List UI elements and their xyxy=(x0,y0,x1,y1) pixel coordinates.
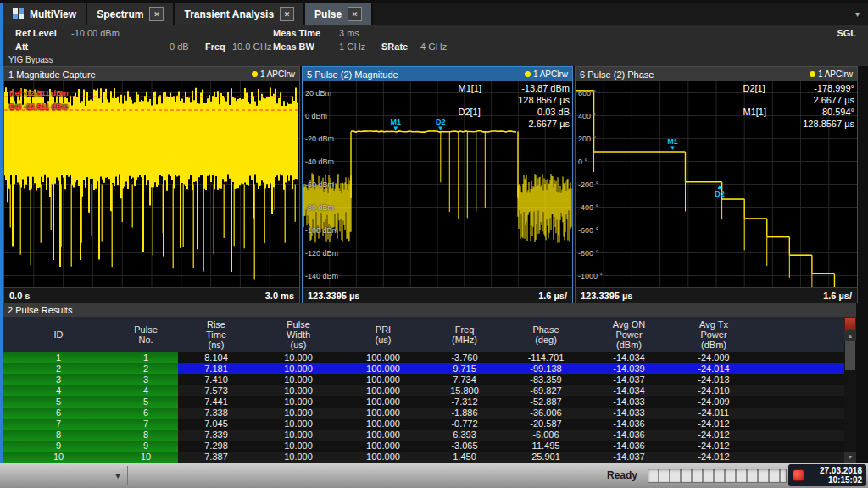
analyzer-window: MultiView Spectrum ✕ Transient Analysis … xyxy=(0,0,868,488)
table-cell: 9 xyxy=(114,441,178,452)
pulse-row[interactable]: 447.57310.000100.00015.800-69.827-14.034… xyxy=(3,385,844,396)
table-cell: 15.800 xyxy=(424,385,505,396)
freq-label: Freq xyxy=(205,41,225,53)
panel-title-bar[interactable]: 5 Pulse (2) Magnitude 1 APClrw xyxy=(303,67,572,81)
scroll-up-icon[interactable]: ▲ xyxy=(844,330,856,341)
table-cell: -24.012 xyxy=(671,452,756,463)
tab-spectrum[interactable]: Spectrum ✕ xyxy=(87,3,175,25)
column-header: ID xyxy=(3,317,114,352)
table-cell: -24.012 xyxy=(671,419,756,430)
trace-label: 1 APClrw xyxy=(818,69,853,79)
pulse-magnitude-chart[interactable]: 20 dBm0 dBm-20 dBm-40 dBm-60 dBm-80 dBm-… xyxy=(303,81,572,287)
close-icon[interactable]: ✕ xyxy=(348,7,362,21)
close-icon[interactable]: ✕ xyxy=(149,7,164,21)
table-cell: 9 xyxy=(3,441,114,452)
scroll-down-icon[interactable]: ▼ xyxy=(844,452,856,463)
pulse-row[interactable]: 777.04510.000100.000-0.772-20.587-14.036… xyxy=(3,419,844,430)
pulse-phase-chart[interactable]: 600 °400 °200 °0 °-200 °-400 °-600 °-800… xyxy=(576,81,857,287)
table-cell: 5 xyxy=(114,396,178,408)
table-cell: -24.010 xyxy=(671,385,756,396)
pulse-row[interactable]: 10107.38710.000100.0001.45025.901-14.037… xyxy=(3,452,844,463)
panel-title-bar[interactable]: 6 Pulse (2) Phase 1 APClrw xyxy=(576,67,857,81)
pulse-row[interactable]: 118.10410.000100.000-3.760-114.701-14.03… xyxy=(3,352,844,363)
table-cell: 100.000 xyxy=(342,385,424,396)
table-cell: 1 xyxy=(114,352,178,363)
tab-transient-analysis[interactable]: Transient Analysis ✕ xyxy=(175,3,305,25)
scroll-thumb[interactable] xyxy=(845,341,855,370)
pulse-results-window: 2 Pulse Results IDPulseNo.RiseTime(ns)Pu… xyxy=(3,303,856,463)
marker-readout-box: D2[1]-178.999°2.6677 µsM1[1]80.594°128.8… xyxy=(743,82,854,130)
table-cell: 11.495 xyxy=(505,441,587,452)
trace-label: 1 APClrw xyxy=(533,69,568,79)
column-header: Avg ONPower(dBm) xyxy=(587,317,671,352)
table-cell: 100.000 xyxy=(342,419,424,430)
table-cell: 10.000 xyxy=(254,385,342,396)
tab-pulse[interactable]: Pulse ✕ xyxy=(305,3,373,25)
ref-level-label: Ref Level xyxy=(15,27,57,39)
x-axis-start: 0.0 s xyxy=(9,291,30,301)
tab-multiview[interactable]: MultiView xyxy=(3,3,87,25)
marker-name xyxy=(743,94,766,106)
window-pulse-phase[interactable]: 6 Pulse (2) Phase 1 APClrw 600 °400 °200… xyxy=(575,66,858,303)
table-cell: -20.587 xyxy=(505,419,587,430)
table-cell: 10.000 xyxy=(254,430,342,441)
table-cell: -114.701 xyxy=(505,352,587,363)
pulse-row[interactable]: 227.18110.000100.0009.715-99.138-14.039-… xyxy=(3,363,844,374)
table-cell: 7.441 xyxy=(178,396,254,408)
srate-label: SRate xyxy=(381,41,408,53)
tab-overflow-button[interactable]: ▾ xyxy=(847,9,868,19)
table-cell: 100.000 xyxy=(342,352,424,363)
table-cell: 10.000 xyxy=(254,419,342,430)
sgl-indicator: SGL xyxy=(837,27,856,39)
table-cell: 10 xyxy=(3,452,114,463)
statusbar-dropdown-icon[interactable]: ▾ xyxy=(108,466,128,485)
datetime-widget[interactable]: 27.03.2018 10:15:02 xyxy=(788,464,866,486)
panel-title-bar[interactable]: 1 Magnitude Capture 1 APClrw xyxy=(4,67,299,81)
results-title-bar[interactable]: 2 Pulse Results xyxy=(3,303,856,317)
table-cell: -14.033 xyxy=(587,408,671,419)
table-cell: -52.887 xyxy=(505,396,587,408)
close-icon[interactable]: ✕ xyxy=(280,7,294,21)
scroll-track[interactable] xyxy=(844,341,856,452)
window-magnitude-capture[interactable]: 1 Magnitude Capture 1 APClrw Ref -12.511… xyxy=(3,66,300,303)
table-cell: 7.339 xyxy=(178,430,254,441)
table-cell: -99.138 xyxy=(505,363,587,374)
table-cell: 100.000 xyxy=(342,374,424,385)
freq-value: 10.0 GHz xyxy=(232,41,271,53)
table-cell: 100.000 xyxy=(342,408,424,419)
phase-x-axis: 123.3395 µs 1.6 µs/ xyxy=(576,287,857,303)
pulse-row[interactable]: 887.33910.000100.0006.393-6.006-14.036-2… xyxy=(3,430,844,441)
table-cell-filler xyxy=(756,408,844,419)
table-cell: 3 xyxy=(3,374,114,385)
table-cell-filler xyxy=(756,430,844,441)
table-cell: -7.312 xyxy=(424,396,505,408)
table-cell: -24.012 xyxy=(671,430,756,441)
table-scrollbar[interactable]: ▲ ▼ xyxy=(844,317,856,463)
pulse-row[interactable]: 337.41010.000100.0007.734-83.359-14.037-… xyxy=(3,374,844,385)
column-header: PRI(us) xyxy=(342,317,424,352)
column-header: Freq(MHz) xyxy=(424,317,505,352)
table-cell: 2 xyxy=(114,363,178,374)
pulse-row[interactable]: 557.44110.000100.000-7.312-52.887-14.033… xyxy=(3,396,844,408)
trace-label: 1 APClrw xyxy=(260,69,295,79)
x-axis-scale: 1.6 µs/ xyxy=(823,291,852,301)
record-led-icon xyxy=(793,469,804,481)
window-pulse-magnitude[interactable]: 5 Pulse (2) Magnitude 1 APClrw 20 dBm0 d… xyxy=(302,66,573,303)
table-cell: -3.760 xyxy=(424,352,505,363)
table-cell: -24.012 xyxy=(671,441,756,452)
table-cell-filler xyxy=(756,419,844,430)
pulse-row[interactable]: 997.29810.000100.000-3.06511.495-14.036-… xyxy=(3,441,844,452)
table-config-button[interactable] xyxy=(844,317,856,330)
marker-value: -178.999° xyxy=(776,82,854,94)
meas-time-label: Meas Time xyxy=(273,27,320,39)
sweep-progress-bar xyxy=(648,469,787,483)
x-axis-start: 123.3395 µs xyxy=(581,291,632,301)
table-cell: -14.036 xyxy=(587,430,671,441)
table-cell: 7.181 xyxy=(178,363,254,374)
capture-chart[interactable]: Ref -12.511 dBm Det -22.511 dBm xyxy=(4,81,299,287)
table-cell: 7.387 xyxy=(178,452,254,463)
table-cell-filler xyxy=(756,385,844,396)
table-cell: -24.009 xyxy=(671,352,756,363)
pulse-row[interactable]: 667.33810.000100.000-1.886-36.006-14.033… xyxy=(3,408,844,419)
panel-title: 6 Pulse (2) Phase xyxy=(580,69,654,80)
